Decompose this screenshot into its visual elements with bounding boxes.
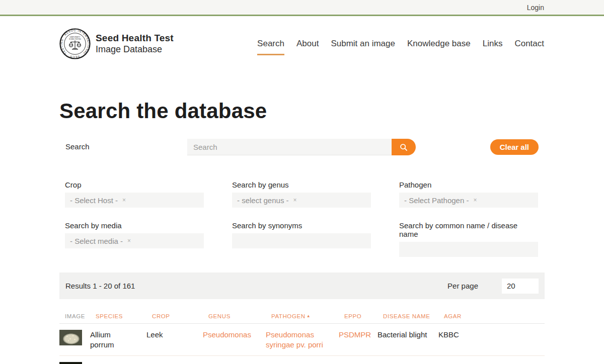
filter-common-name-input[interactable] xyxy=(399,242,538,257)
svg-text:IN SEED TESTING: IN SEED TESTING xyxy=(69,38,81,40)
site-title-line2: Image Database xyxy=(96,44,174,55)
site-title-line1: Seed Health Test xyxy=(96,33,174,44)
nav-item-about[interactable]: About xyxy=(296,39,319,49)
cell-crop: Leek xyxy=(146,330,203,340)
cell-genus-link[interactable]: Pseudomonas xyxy=(203,362,266,364)
clear-selection-icon[interactable]: × xyxy=(122,197,126,204)
nav-item-search[interactable]: Search xyxy=(257,39,284,49)
filter-genus-value: - select genus - xyxy=(237,196,289,205)
per-page-wrap: Per page 20 xyxy=(447,279,539,294)
filter-genus: Search by genus - select genus - × xyxy=(232,180,371,208)
column-header-pathogen[interactable]: PATHOGEN▲ xyxy=(271,313,344,319)
filter-synonyms: Search by synonyms xyxy=(232,221,371,257)
filter-common-name: Search by common name / disease name xyxy=(399,221,538,257)
cell-disease-name: Bacterial blight xyxy=(378,330,438,340)
filter-pathogen-value: - Select Pathogen - xyxy=(404,196,469,205)
petri-dish-dark-thumbnail[interactable] xyxy=(59,362,82,364)
results-bar: Results 1 - 20 of 161 Per page 20 xyxy=(59,272,545,299)
site-logo[interactable]: · INTERNATIONAL · SEED · TESTING · ASSOC… xyxy=(59,28,174,59)
search-row: Search Clear all xyxy=(59,139,545,155)
ista-seal-icon: · INTERNATIONAL · SEED · TESTING · ASSOC… xyxy=(59,28,91,59)
scales-icon xyxy=(69,41,81,50)
filter-crop-value: - Select Host - xyxy=(70,196,118,205)
filter-crop-label: Crop xyxy=(65,180,204,189)
column-header-species[interactable]: SPECIES xyxy=(96,313,152,319)
clear-selection-icon[interactable]: × xyxy=(473,197,477,204)
filter-synonyms-label: Search by synonyms xyxy=(232,221,371,230)
cell-genus-link[interactable]: Pseudomonas xyxy=(203,330,266,340)
search-label: Search xyxy=(65,142,90,151)
filter-genus-label: Search by genus xyxy=(232,180,371,189)
filter-crop: Crop - Select Host - × xyxy=(65,180,204,208)
site-header: · INTERNATIONAL · SEED · TESTING · ASSOC… xyxy=(0,16,604,71)
filter-media-select[interactable]: - Select media - × xyxy=(65,233,204,248)
clear-selection-icon[interactable]: × xyxy=(127,237,131,244)
column-header-genus[interactable]: GENUS xyxy=(208,313,271,319)
cell-agar: KBBC xyxy=(438,330,545,340)
cell-crop: Leek xyxy=(146,362,203,364)
results-summary: Results 1 - 20 of 161 xyxy=(65,282,135,290)
results-table: IMAGE SPECIES CROP GENUS PATHOGEN▲ EPPO … xyxy=(59,309,545,364)
filter-genus-select[interactable]: - select genus - × xyxy=(232,193,371,208)
site-title: Seed Health Test Image Database xyxy=(96,33,174,55)
filters-grid: Crop - Select Host - × Search by genus -… xyxy=(59,180,545,257)
search-button[interactable] xyxy=(392,139,416,155)
nav-item-knowledge-base[interactable]: Knowledge base xyxy=(407,39,471,49)
filter-common-name-label: Search by common name / disease name xyxy=(399,221,538,238)
nav-item-links[interactable]: Links xyxy=(483,39,503,49)
search-input[interactable] xyxy=(187,139,392,155)
sort-asc-icon: ▲ xyxy=(307,314,311,318)
search-group xyxy=(187,139,416,155)
cell-disease-name: Bacterial blight xyxy=(378,362,438,364)
search-icon xyxy=(400,143,408,151)
nav-item-contact[interactable]: Contact xyxy=(514,39,544,49)
clear-all-button[interactable]: Clear all xyxy=(490,139,539,155)
filter-pathogen: Pathogen - Select Pathogen - × xyxy=(399,180,538,208)
column-header-image: IMAGE xyxy=(65,313,96,319)
filter-media-value: - Select media - xyxy=(70,237,123,245)
column-header-disease-name[interactable]: DISEASE NAME xyxy=(383,313,444,319)
nav-item-submit-an-image[interactable]: Submit an image xyxy=(331,39,395,49)
per-page-label: Per page xyxy=(447,282,478,290)
cell-species: Allium porrum xyxy=(90,330,126,349)
cell-eppo-link[interactable]: PSDMPR xyxy=(339,362,378,364)
page-title: Search the database xyxy=(59,100,545,122)
login-link[interactable]: Login xyxy=(527,4,544,12)
petri-dish-light-thumbnail[interactable] xyxy=(59,330,82,345)
cell-eppo-link[interactable]: PSDMPR xyxy=(339,330,378,340)
filter-crop-select[interactable]: - Select Host - × xyxy=(65,193,204,208)
cell-species: Allium porrum xyxy=(90,362,126,364)
table-row: Allium porrum Leek Pseudomonas Pseudomon… xyxy=(59,324,545,356)
cell-pathogen-link[interactable]: Pseudomonas syringae pv. porri xyxy=(266,362,339,364)
filter-media-label: Search by media xyxy=(65,221,204,230)
main-nav: Search About Submit an image Knowledge b… xyxy=(257,39,544,49)
column-header-eppo[interactable]: EPPO xyxy=(344,313,383,319)
filter-pathogen-label: Pathogen xyxy=(399,180,538,189)
table-header-row: IMAGE SPECIES CROP GENUS PATHOGEN▲ EPPO … xyxy=(59,309,545,324)
filter-pathogen-select[interactable]: - Select Pathogen - × xyxy=(399,193,538,208)
column-header-agar[interactable]: AGAR xyxy=(444,313,545,319)
cell-agar: MSP xyxy=(438,362,545,364)
topbar: Login xyxy=(0,0,604,16)
cell-pathogen-link[interactable]: Pseudomonas syringae pv. porri xyxy=(266,330,339,349)
per-page-select[interactable]: 20 xyxy=(502,279,539,294)
filter-synonyms-input[interactable] xyxy=(232,233,371,248)
filter-media: Search by media - Select media - × xyxy=(65,221,204,257)
clear-selection-icon[interactable]: × xyxy=(293,197,297,204)
table-row: Allium porrum Leek Pseudomonas Pseudomon… xyxy=(59,356,545,364)
column-header-crop[interactable]: CROP xyxy=(152,313,208,319)
